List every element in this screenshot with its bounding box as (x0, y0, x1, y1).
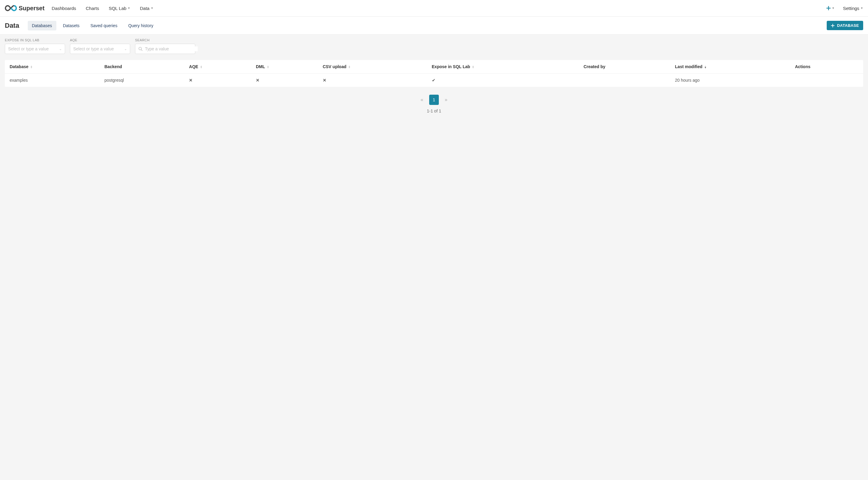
sub-header: Data Databases Datasets Saved queries Qu… (0, 17, 868, 35)
nav-dashboards[interactable]: Dashboards (52, 6, 76, 11)
col-aqe[interactable]: AQE▲▼ (184, 60, 251, 73)
cell-actions (790, 73, 863, 87)
plus-icon (831, 24, 835, 27)
databases-table: Database▲▼ Backend AQE▲▼ DML▲▼ CSV uploa… (5, 60, 863, 87)
plus-icon (827, 6, 831, 10)
chevron-down-icon: ⌄ (59, 47, 62, 51)
cell-dml: ✕ (251, 73, 318, 87)
search-input[interactable] (145, 47, 198, 51)
sort-icon: ▲▼ (704, 65, 707, 68)
nav-charts[interactable]: Charts (86, 6, 99, 11)
cell-aqe: ✕ (184, 73, 251, 87)
add-database-label: DATABASE (837, 23, 859, 28)
x-icon: ✕ (256, 78, 259, 83)
col-backend: Backend (100, 60, 184, 73)
brand-logo[interactable]: Superset (5, 5, 44, 12)
sort-icon: ▲▼ (472, 65, 474, 68)
pagination: « 1 » 1-1 of 1 (0, 87, 868, 118)
filter-expose-label: EXPOSE IN SQL LAB (5, 38, 65, 42)
tabs: Databases Datasets Saved queries Query h… (28, 21, 158, 30)
top-nav: Superset Dashboards Charts SQL Lab▼ Data… (0, 0, 868, 17)
cell-database: examples (5, 73, 100, 87)
page-current[interactable]: 1 (429, 95, 439, 105)
sort-icon: ▲▼ (348, 65, 350, 68)
brand-text: Superset (19, 5, 44, 12)
page-next[interactable]: » (441, 95, 451, 105)
filter-aqe-select[interactable]: Select or type a value ⌄ (70, 44, 130, 54)
nav-sql-lab[interactable]: SQL Lab▼ (109, 6, 130, 11)
page-summary: 1-1 of 1 (427, 109, 441, 113)
svg-line-1 (141, 50, 143, 51)
x-icon: ✕ (323, 78, 327, 83)
settings-menu[interactable]: Settings▼ (843, 6, 863, 11)
filters-bar: EXPOSE IN SQL LAB Select or type a value… (0, 35, 868, 60)
add-database-button[interactable]: DATABASE (827, 21, 863, 30)
sort-icon: ▲▼ (30, 65, 33, 68)
cell-expose: ✔ (427, 73, 579, 87)
search-icon (138, 47, 143, 51)
page-title: Data (5, 22, 19, 30)
sort-icon: ▲▼ (267, 65, 269, 68)
filter-expose: EXPOSE IN SQL LAB Select or type a value… (5, 38, 65, 54)
caret-down-icon: ▼ (861, 7, 863, 10)
table-row[interactable]: examplespostgresql✕✕✕✔20 hours ago (5, 73, 863, 87)
page-prev[interactable]: « (417, 95, 427, 105)
sort-icon: ▲▼ (200, 65, 203, 68)
filter-search: SEARCH (135, 38, 195, 54)
caret-down-icon: ▼ (832, 7, 835, 10)
tab-databases[interactable]: Databases (28, 21, 56, 30)
x-icon: ✕ (189, 78, 193, 83)
select-placeholder: Select or type a value (8, 47, 49, 51)
select-placeholder: Select or type a value (73, 47, 114, 51)
table-header-row: Database▲▼ Backend AQE▲▼ DML▲▼ CSV uploa… (5, 60, 863, 73)
add-new-button[interactable]: ▼ (827, 6, 835, 10)
top-nav-right: ▼ Settings▼ (827, 6, 863, 11)
filter-expose-select[interactable]: Select or type a value ⌄ (5, 44, 65, 54)
filter-aqe-label: AQE (70, 38, 130, 42)
tab-datasets[interactable]: Datasets (59, 21, 84, 30)
tab-saved-queries[interactable]: Saved queries (86, 21, 122, 30)
col-database[interactable]: Database▲▼ (5, 60, 100, 73)
infinity-icon (5, 5, 17, 11)
col-dml[interactable]: DML▲▼ (251, 60, 318, 73)
caret-down-icon: ▼ (127, 7, 130, 10)
chevron-down-icon: ⌄ (124, 47, 127, 51)
col-last-modified[interactable]: Last modified▲▼ (670, 60, 790, 73)
col-created-by: Created by (579, 60, 670, 73)
cell-last-modified: 20 hours ago (670, 73, 790, 87)
col-actions: Actions (790, 60, 863, 73)
check-icon: ✔ (432, 78, 435, 83)
cell-csv: ✕ (318, 73, 427, 87)
filter-search-label: SEARCH (135, 38, 195, 42)
col-csv[interactable]: CSV upload▲▼ (318, 60, 427, 73)
caret-down-icon: ▼ (151, 7, 153, 10)
cell-created-by (579, 73, 670, 87)
nav-items: Dashboards Charts SQL Lab▼ Data▼ (52, 6, 153, 11)
cell-backend: postgresql (100, 73, 184, 87)
filter-aqe: AQE Select or type a value ⌄ (70, 38, 130, 54)
nav-data[interactable]: Data▼ (140, 6, 153, 11)
tab-query-history[interactable]: Query history (124, 21, 157, 30)
col-expose[interactable]: Expose in SQL Lab▲▼ (427, 60, 579, 73)
search-box[interactable] (135, 44, 195, 54)
